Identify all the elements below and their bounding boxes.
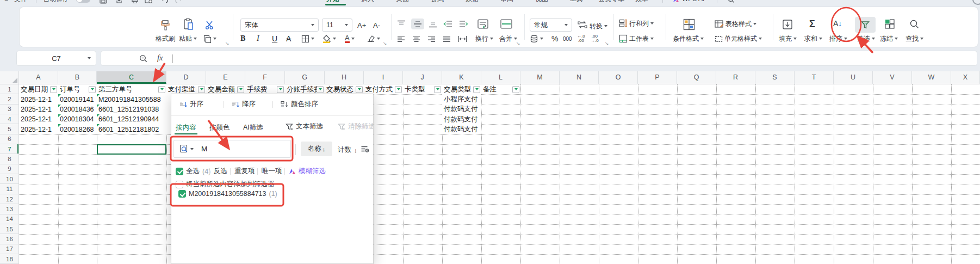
filter-button-C[interactable] — [158, 86, 165, 93]
row-header-6[interactable]: 6 — [0, 134, 19, 144]
column-header-R[interactable]: R — [716, 71, 755, 84]
filter-button-B[interactable] — [89, 86, 96, 93]
header-cell-H[interactable]: 交易状态 — [325, 84, 364, 94]
sort-button[interactable]: 排序 — [829, 34, 847, 43]
row-header-4[interactable]: 4 — [0, 114, 19, 124]
font-group-expander[interactable]: ↘ — [383, 41, 387, 46]
increase-decimal-icon[interactable]: ←.0.00 — [577, 34, 585, 43]
filter-button-E[interactable] — [237, 86, 244, 93]
fill-down-icon[interactable] — [782, 19, 793, 30]
filter-search-input[interactable]: M — [173, 140, 291, 158]
convert-icon[interactable] — [578, 21, 587, 29]
conditional-format-icon[interactable] — [683, 19, 695, 30]
zoom-formula-icon[interactable] — [139, 54, 148, 65]
align-right-icon[interactable] — [427, 35, 436, 42]
filter-button[interactable]: 筛选 — [857, 34, 875, 43]
tab-view[interactable]: 视图 — [535, 0, 548, 5]
tab-review[interactable]: 审阅 — [500, 0, 513, 5]
row-header-11[interactable]: 11 — [0, 185, 19, 194]
format-painter-icon[interactable] — [160, 19, 171, 31]
find-icon[interactable] — [909, 19, 920, 29]
text-filter-button[interactable]: 文本筛选 — [286, 122, 323, 131]
sort-by-color-button[interactable]: 颜色排序 — [280, 100, 318, 109]
cell-A4[interactable]: 2025-12-1 — [19, 114, 58, 124]
clear-filter-button[interactable]: 清除筛选 — [338, 122, 374, 131]
underline-button[interactable]: U — [272, 34, 277, 43]
print-preview-icon[interactable] — [145, 0, 153, 5]
header-cell-G[interactable]: 分账手续费 — [285, 84, 325, 94]
cell-B2[interactable]: 020019141 — [58, 94, 97, 104]
tab-efficiency[interactable]: 效率 — [635, 0, 648, 5]
column-header-X[interactable]: X — [951, 71, 980, 84]
column-header-L[interactable]: L — [481, 71, 520, 84]
filter-button-I[interactable] — [395, 86, 402, 93]
search-scope-icon[interactable] — [179, 144, 194, 154]
filter-button-H[interactable] — [356, 86, 363, 93]
row-header-12[interactable]: 12 — [0, 194, 19, 204]
column-header-D[interactable]: D — [166, 71, 206, 84]
worksheet-button[interactable]: 工作表 — [619, 34, 654, 43]
column-header-T[interactable]: T — [795, 71, 834, 84]
header-cell-I[interactable]: 支付方式 — [364, 84, 403, 94]
cell-A3[interactable]: 2025-12-1 — [19, 105, 58, 114]
row-header-14[interactable]: 14 — [0, 214, 19, 224]
increase-font-icon[interactable]: A+ — [357, 21, 366, 29]
formula-input[interactable]: fx — [101, 51, 977, 66]
copy-button[interactable] — [203, 34, 216, 43]
increase-indent-icon[interactable] — [459, 20, 468, 28]
fx-icon[interactable]: fx — [157, 53, 163, 63]
tab-by-color[interactable]: 按颜色 — [209, 123, 230, 132]
save-icon[interactable] — [100, 0, 107, 5]
printer-icon[interactable] — [131, 0, 139, 5]
distributed-icon[interactable] — [458, 35, 467, 42]
header-cell-F[interactable]: 手续费 — [245, 84, 285, 94]
number-group-expander[interactable]: ↘ — [605, 41, 609, 46]
freeze-icon[interactable] — [884, 19, 895, 29]
filter-button-F[interactable] — [277, 86, 284, 93]
font-color-button[interactable]: A — [345, 34, 355, 43]
paste-icon[interactable] — [183, 18, 195, 31]
output-icon[interactable] — [116, 0, 122, 5]
filter-icon[interactable] — [855, 17, 876, 33]
column-header-J[interactable]: J — [403, 71, 442, 84]
hamburger-menu-icon[interactable]: ≡ — [4, 0, 8, 5]
align-middle-icon[interactable] — [411, 19, 424, 29]
row-header-10[interactable]: 10 — [0, 174, 19, 184]
row-header-16[interactable]: 16 — [0, 234, 19, 244]
sort-descending-button[interactable]: 降序 — [231, 100, 256, 109]
align-top-icon[interactable] — [397, 20, 406, 28]
invert-selection-button[interactable]: 反选 — [214, 167, 227, 176]
header-cell-E[interactable]: 交易金额 — [206, 84, 245, 94]
tab-tools[interactable]: 工具 — [570, 0, 583, 5]
column-header-C[interactable]: C — [97, 71, 166, 84]
row-header-9[interactable]: 9 — [0, 164, 19, 174]
duplicates-button[interactable]: 重复项 — [234, 167, 255, 176]
convert-button[interactable]: 转换 — [590, 22, 607, 30]
cell-K2[interactable]: 小程序支付 — [442, 94, 481, 104]
cell-B4[interactable]: 020018304 — [58, 114, 97, 124]
cell-K4[interactable]: 付款码支付 — [442, 114, 481, 124]
filter-button-K[interactable] — [473, 86, 480, 93]
clipboard-group-expander[interactable]: ↘ — [225, 41, 230, 46]
align-center-icon[interactable] — [412, 35, 420, 42]
column-header-G[interactable]: G — [285, 71, 325, 84]
header-cell-C[interactable]: 第三方单号 — [97, 84, 166, 94]
column-header-E[interactable]: E — [206, 71, 245, 84]
header-cell-D[interactable]: 支付渠道 — [166, 84, 206, 94]
fuzzy-filter-button[interactable]: 模糊筛选 — [289, 167, 326, 176]
number-format-select[interactable]: 常规 — [530, 19, 572, 32]
format-painter-button[interactable]: 格式刷 — [156, 34, 175, 43]
autosave-toggle[interactable] — [76, 0, 90, 3]
avatar[interactable] — [972, 0, 980, 5]
row-header-17[interactable]: 17 — [0, 244, 19, 254]
sort-by-name-button[interactable]: 名称↓ — [301, 142, 332, 156]
column-header-H[interactable]: H — [325, 71, 364, 84]
cell-C5[interactable]: 6601_12512181802 — [97, 124, 171, 134]
row-header-1[interactable]: 1 — [0, 84, 19, 94]
filter-button-J[interactable] — [434, 86, 441, 93]
filter-button-A[interactable] — [50, 86, 57, 93]
selected-cell-C7[interactable] — [97, 144, 166, 155]
fill-color-button[interactable] — [322, 34, 336, 43]
sort-ascending-button[interactable]: 升序 — [179, 100, 203, 109]
wrap-text-icon[interactable] — [477, 19, 488, 29]
